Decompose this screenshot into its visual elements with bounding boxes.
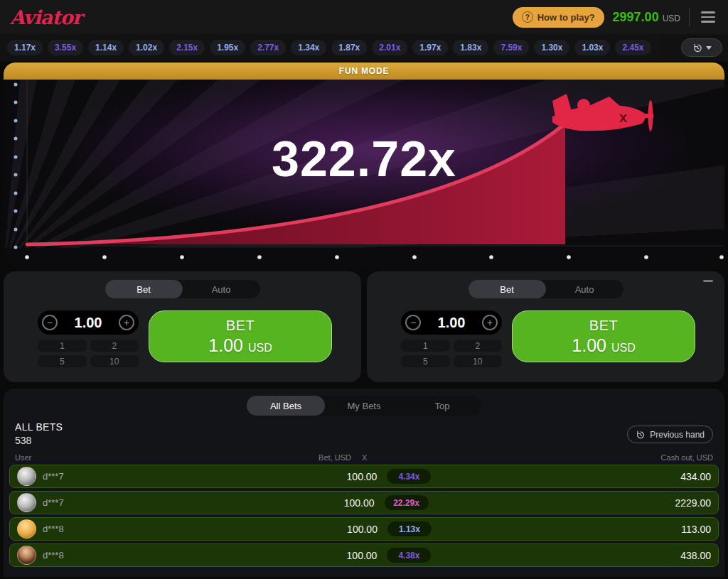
quick-amount-2[interactable]: 2: [454, 340, 503, 352]
row-username: d***7: [43, 497, 64, 508]
row-username: d***7: [43, 471, 64, 482]
all-bets-title: ALL BETS: [15, 421, 713, 433]
history-chip[interactable]: 2.01x: [372, 40, 407, 55]
amount-value[interactable]: 1.00: [75, 315, 102, 331]
row-cashout: 2229.00: [675, 497, 711, 509]
bet-button-label: BET: [226, 318, 255, 334]
history-chip[interactable]: 1.30x: [534, 40, 569, 55]
quick-amount-1[interactable]: 1: [38, 340, 87, 352]
top-bar: Aviator ? How to play? 2997.00 USD: [0, 0, 728, 34]
row-username: d***8: [43, 524, 64, 534]
col-bet: Bet, USD: [287, 453, 351, 462]
bet-panel-1: Bet Auto − 1.00 + 1 2 5 10 BET: [4, 271, 361, 382]
row-bet: 100.00: [314, 524, 378, 535]
game-area: FUN MODE: [4, 63, 724, 266]
how-to-play-button[interactable]: ? How to play?: [513, 7, 604, 28]
avatar: [17, 519, 36, 539]
history-chip[interactable]: 2.15x: [169, 40, 205, 55]
history-chip[interactable]: 1.83x: [453, 40, 488, 55]
avatar: [17, 493, 36, 512]
tab-all-bets[interactable]: All Bets: [247, 396, 325, 416]
history-chip[interactable]: 1.17x: [7, 40, 43, 55]
quick-amount-10[interactable]: 10: [90, 355, 139, 367]
bet-button[interactable]: BET 1.00 USD: [512, 310, 695, 362]
history-chip[interactable]: 7.59x: [493, 40, 529, 55]
table-header: User Bet, USD X Cash out, USD: [4, 446, 724, 465]
table-row: d***7 100.00 4.34x 434.00: [9, 465, 719, 488]
history-chip[interactable]: 1.03x: [574, 40, 610, 55]
tab-auto[interactable]: Auto: [546, 280, 623, 298]
balance-amount: 2997.00: [613, 10, 659, 25]
quick-amounts: 1 2 5 10: [401, 340, 502, 367]
row-multiplier-chip: 1.13x: [387, 521, 432, 536]
tab-bet[interactable]: Bet: [469, 280, 546, 298]
history-chip[interactable]: 1.14x: [88, 40, 124, 55]
balance: 2997.00 USD: [613, 10, 680, 25]
history-chip[interactable]: 1.87x: [331, 40, 367, 55]
bet-button-currency: USD: [611, 342, 636, 354]
quick-amounts: 1 2 5 10: [38, 340, 139, 367]
quick-amount-5[interactable]: 5: [401, 355, 450, 367]
bottom-axis-band: [4, 248, 724, 266]
history-chip[interactable]: 1.02x: [129, 40, 164, 55]
bets-section: All Bets My Bets Top ALL BETS 538 Previo…: [4, 389, 724, 577]
previous-hand-label: Previous hand: [650, 430, 705, 440]
tab-top[interactable]: Top: [403, 396, 481, 416]
avatar: [17, 467, 36, 486]
current-multiplier: 322.72x: [4, 131, 724, 188]
bets-tabs: All Bets My Bets Top: [247, 396, 481, 416]
quick-amount-1[interactable]: 1: [401, 340, 450, 352]
amount-stepper: − 1.00 +: [401, 310, 502, 335]
row-multiplier-chip: 22.29x: [385, 495, 429, 510]
bet-panels: Bet Auto − 1.00 + 1 2 5 10 BET: [4, 271, 724, 382]
row-cashout: 438.00: [680, 550, 711, 561]
bet-button[interactable]: BET 1.00 USD: [149, 310, 332, 362]
row-bet: 100.00: [311, 497, 375, 509]
table-row: d***8 100.00 4.38x 438.00: [9, 543, 719, 567]
amount-stepper: − 1.00 +: [38, 310, 139, 335]
menu-icon[interactable]: [698, 9, 718, 26]
decrease-button[interactable]: −: [42, 315, 58, 330]
plane-icon: x: [552, 94, 654, 131]
chevron-down-icon: [706, 46, 712, 50]
header-right: ? How to play? 2997.00 USD: [513, 7, 718, 28]
svg-text:x: x: [619, 109, 627, 125]
bet-button-amount: 1.00: [572, 335, 606, 355]
history-chip[interactable]: 2.77x: [250, 40, 286, 55]
col-x: X: [351, 453, 405, 462]
how-to-play-label: How to play?: [537, 12, 595, 23]
bet-button-currency: USD: [248, 342, 272, 354]
bet-panel-2: Bet Auto − 1.00 + 1 2 5 10 BET: [367, 271, 724, 382]
row-bet: 100.00: [313, 550, 377, 561]
history-chip[interactable]: 1.97x: [412, 40, 448, 55]
multiplier-history: 1.17x 3.55x 1.14x 1.02x 2.15x 1.95x 2.77…: [0, 34, 728, 61]
history-chip[interactable]: 1.95x: [210, 40, 245, 55]
quick-amount-2[interactable]: 2: [90, 340, 139, 352]
history-chip[interactable]: 2.45x: [615, 40, 651, 55]
amount-value[interactable]: 1.00: [438, 315, 466, 331]
tab-auto[interactable]: Auto: [183, 280, 260, 298]
increase-button[interactable]: +: [119, 315, 134, 330]
table-row: d***7 100.00 22.29x 2229.00: [9, 491, 719, 514]
history-chip[interactable]: 3.55x: [48, 40, 83, 55]
history-chip[interactable]: 1.34x: [291, 40, 326, 55]
col-user: User: [15, 453, 31, 462]
question-icon: ?: [522, 11, 533, 23]
quick-amount-10[interactable]: 10: [454, 355, 503, 367]
decrease-button[interactable]: −: [405, 315, 421, 330]
tab-my-bets[interactable]: My Bets: [325, 396, 403, 416]
history-clock-icon: [636, 430, 646, 440]
row-multiplier-chip: 4.38x: [387, 548, 431, 563]
aviator-logo: Aviator: [10, 6, 82, 28]
quick-amount-5[interactable]: 5: [38, 355, 87, 367]
remove-panel-icon[interactable]: [703, 280, 713, 282]
avatar: [17, 546, 36, 565]
bet-mode-tabs: Bet Auto: [105, 280, 260, 298]
bet-button-label: BET: [589, 318, 618, 334]
row-username: d***8: [43, 550, 64, 561]
previous-hand-button[interactable]: Previous hand: [627, 426, 713, 443]
history-dropdown-button[interactable]: [681, 38, 722, 57]
row-multiplier-chip: 4.34x: [387, 469, 431, 484]
increase-button[interactable]: +: [482, 315, 498, 330]
tab-bet[interactable]: Bet: [105, 280, 183, 298]
